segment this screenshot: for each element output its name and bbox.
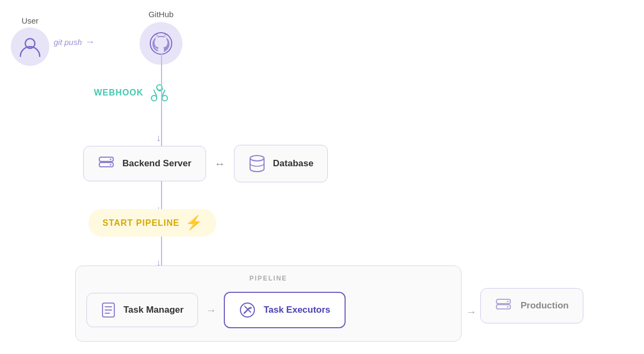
production-label: Production [521,300,569,311]
start-pipeline-node: START PIPELINE ⚡ [89,209,216,237]
backend-database-row: Backend Server ↔ Database [83,145,328,182]
svg-point-3 [162,95,167,101]
production-node: Production [480,288,583,323]
backend-server-node: Backend Server [83,146,206,181]
user-label: User [21,16,39,25]
task-manager-label: Task Manager [123,305,184,315]
backend-database-arrow: ↔ [215,158,225,170]
webhook-node: WEBHOOK [94,83,169,102]
database-node: Database [234,145,328,182]
git-push-label: git push [54,38,82,47]
svg-point-9 [250,156,264,161]
task-manager-icon [101,302,116,318]
webhook-icon [150,83,169,102]
user-icon [18,35,42,58]
backend-server-icon [98,155,115,172]
arrow-down-to-backend: ↓ [156,132,161,144]
webhook-label: WEBHOOK [94,88,143,98]
task-manager-to-executors-arrow: → [206,304,216,316]
svg-point-7 [110,159,112,160]
pipeline-container: PIPELINE Task Manager → [75,266,462,342]
github-label: GitHub [149,10,174,19]
task-manager-node: Task Manager [86,293,198,327]
task-executors-node: Task Executors [224,292,345,328]
database-label: Database [273,158,314,169]
database-icon [248,154,266,173]
user-node: User [11,16,49,66]
task-executors-icon [239,301,256,319]
svg-point-2 [151,95,157,101]
user-avatar-circle [11,27,49,66]
task-executors-label: Task Executors [264,305,330,315]
pipeline-to-production-arrow: → [466,306,477,318]
git-push-indicator: git push → [54,36,95,48]
start-pipeline-label: START PIPELINE [103,218,180,228]
pipeline-inner: Task Manager → Task Executors [86,292,450,328]
github-icon [148,31,174,56]
diagram: User git push → GitHub ↓ [0,0,644,354]
pipeline-title: PIPELINE [86,275,450,282]
svg-point-17 [507,301,509,303]
lightning-icon: ⚡ [185,215,202,231]
vline-to-backend [161,75,162,144]
backend-server-label: Backend Server [122,158,192,169]
svg-point-18 [507,306,509,308]
svg-point-8 [110,164,112,166]
production-icon [495,297,512,314]
git-push-arrow-icon: → [85,36,95,48]
